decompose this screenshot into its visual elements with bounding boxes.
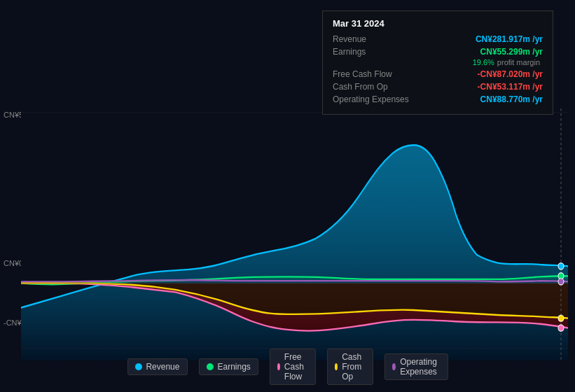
legend-revenue-dot (134, 363, 141, 370)
operating-expenses-value: CN¥88.770m /yr (480, 94, 543, 104)
operating-expenses-row: Operating Expenses CN¥88.770m /yr (333, 94, 543, 104)
legend-opexp[interactable]: Operating Expenses (385, 354, 448, 380)
legend-fcf-label: Free Cash Flow (284, 352, 308, 382)
free-cash-flow-value: -CN¥87.020m /yr (478, 69, 543, 79)
legend-opexp-label: Operating Expenses (400, 357, 440, 377)
earnings-row: Earnings CN¥55.299m /yr (333, 47, 543, 57)
chart-legend: Revenue Earnings Free Cash Flow Cash Fro… (127, 349, 448, 385)
cashfromop-dot (558, 315, 564, 321)
earnings-label: Earnings (333, 47, 366, 57)
legend-fcf-dot (277, 363, 280, 370)
legend-cashfromop[interactable]: Cash From Op (327, 349, 373, 385)
earnings-value: CN¥55.299m /yr (480, 47, 543, 57)
y-label-mid: CN¥0 (4, 259, 23, 267)
profit-margin-row: 19.6% profit margin (333, 58, 543, 66)
chart-container: Mar 31 2024 Revenue CN¥281.917m /yr Earn… (0, 0, 575, 392)
legend-cashfromop-dot (335, 363, 338, 370)
operating-expenses-label: Operating Expenses (333, 94, 409, 104)
cash-from-op-label: Cash From Op (333, 82, 388, 92)
legend-earnings-label: Earnings (217, 362, 250, 372)
free-cash-flow-row: Free Cash Flow -CN¥87.020m /yr (333, 69, 543, 79)
legend-cashfromop-label: Cash From Op (342, 352, 366, 382)
tooltip-box: Mar 31 2024 Revenue CN¥281.917m /yr Earn… (322, 10, 553, 115)
revenue-value: CN¥281.917m /yr (476, 34, 543, 44)
cash-from-op-value: -CN¥53.117m /yr (478, 82, 543, 92)
opexp-dot (558, 279, 564, 285)
free-cash-flow-label: Free Cash Flow (333, 69, 392, 79)
cash-from-op-row: Cash From Op -CN¥53.117m /yr (333, 82, 543, 92)
legend-opexp-dot (392, 363, 396, 370)
chart-svg (21, 108, 568, 360)
revenue-label: Revenue (333, 34, 366, 44)
legend-revenue[interactable]: Revenue (127, 358, 187, 375)
revenue-dot (558, 263, 564, 270)
legend-fcf[interactable]: Free Cash Flow (270, 349, 316, 385)
chart-svg-area (21, 108, 568, 360)
revenue-row: Revenue CN¥281.917m /yr (333, 34, 543, 44)
legend-earnings-dot (206, 363, 213, 370)
legend-revenue-label: Revenue (146, 362, 179, 372)
tooltip-date: Mar 31 2024 (333, 18, 543, 29)
legend-earnings[interactable]: Earnings (198, 358, 258, 375)
fcf-dot (558, 325, 564, 331)
